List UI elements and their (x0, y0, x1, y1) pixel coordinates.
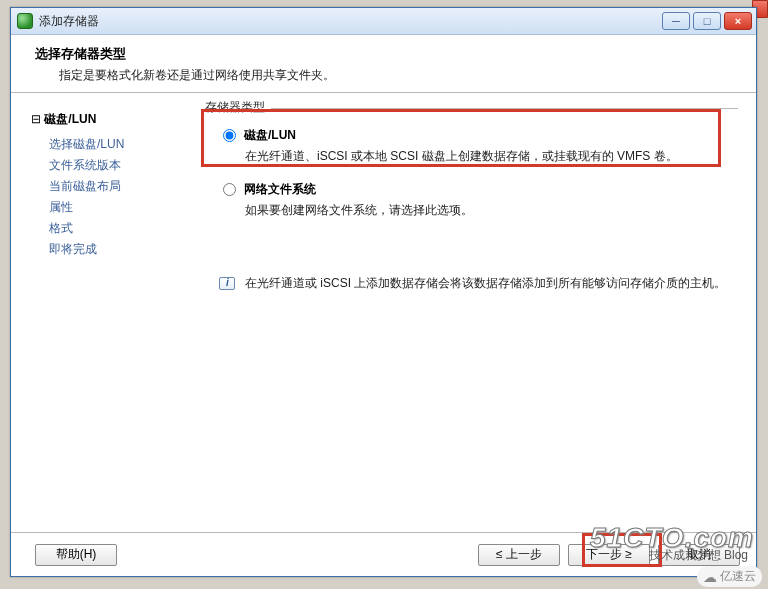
cancel-button[interactable]: 取消 (658, 544, 740, 566)
page-subtitle: 指定是要格式化新卷还是通过网络使用共享文件夹。 (59, 67, 736, 84)
wizard-body: 磁盘/LUN 选择磁盘/LUN 文件系统版本 当前磁盘布局 属性 格式 即将完成… (11, 93, 756, 532)
option-nfs[interactable]: 网络文件系统 如果要创建网络文件系统，请选择此选项。 (219, 175, 732, 229)
page-title: 选择存储器类型 (35, 45, 736, 63)
nav-item-select-disk[interactable]: 选择磁盘/LUN (49, 134, 193, 155)
wizard-header: 选择存储器类型 指定是要格式化新卷还是通过网络使用共享文件夹。 (11, 35, 756, 93)
option-nfs-label: 网络文件系统 (244, 181, 316, 198)
info-row: 在光纤通道或 iSCSI 上添加数据存储会将该数据存储添加到所有能够访问存储介质… (219, 275, 734, 292)
nav-item-properties[interactable]: 属性 (49, 197, 193, 218)
radio-disk-lun[interactable] (223, 129, 236, 142)
wizard-content: 存储器类型 磁盘/LUN 在光纤通道、iSCSI 或本地 SCSI 磁盘上创建数… (201, 93, 756, 532)
nav-item-format[interactable]: 格式 (49, 218, 193, 239)
nav-item-ready[interactable]: 即将完成 (49, 239, 193, 260)
maximize-button[interactable]: □ (693, 12, 721, 30)
info-icon (219, 277, 235, 290)
titlebar[interactable]: 添加存储器 ─ □ × (11, 8, 756, 35)
back-button[interactable]: ≤ 上一步 (478, 544, 560, 566)
info-text: 在光纤通道或 iSCSI 上添加数据存储会将该数据存储添加到所有能够访问存储介质… (245, 275, 726, 292)
help-button[interactable]: 帮助(H) (35, 544, 117, 566)
fieldset-label: 存储器类型 (201, 100, 265, 114)
dialog-window: 添加存储器 ─ □ × 选择存储器类型 指定是要格式化新卷还是通过网络使用共享文… (10, 7, 757, 577)
window-buttons: ─ □ × (662, 12, 752, 30)
minimize-button[interactable]: ─ (662, 12, 690, 30)
window-title: 添加存储器 (39, 13, 662, 30)
storage-type-options: 磁盘/LUN 在光纤通道、iSCSI 或本地 SCSI 磁盘上创建数据存储，或挂… (201, 109, 738, 235)
next-button[interactable]: 下一步 ≥ (568, 544, 650, 566)
app-icon (17, 13, 33, 29)
option-disk-lun-label: 磁盘/LUN (244, 127, 296, 144)
close-button[interactable]: × (724, 12, 752, 30)
nav-root[interactable]: 磁盘/LUN (31, 111, 193, 128)
radio-nfs[interactable] (223, 183, 236, 196)
option-disk-lun-desc: 在光纤通道、iSCSI 或本地 SCSI 磁盘上创建数据存储，或挂载现有的 VM… (245, 148, 728, 165)
wizard-footer: 帮助(H) ≤ 上一步 下一步 ≥ 取消 (11, 532, 756, 576)
option-disk-lun[interactable]: 磁盘/LUN 在光纤通道、iSCSI 或本地 SCSI 磁盘上创建数据存储，或挂… (219, 121, 732, 175)
wizard-nav: 磁盘/LUN 选择磁盘/LUN 文件系统版本 当前磁盘布局 属性 格式 即将完成 (11, 93, 201, 532)
nav-item-fs-version[interactable]: 文件系统版本 (49, 155, 193, 176)
option-nfs-desc: 如果要创建网络文件系统，请选择此选项。 (245, 202, 728, 219)
nav-item-disk-layout[interactable]: 当前磁盘布局 (49, 176, 193, 197)
